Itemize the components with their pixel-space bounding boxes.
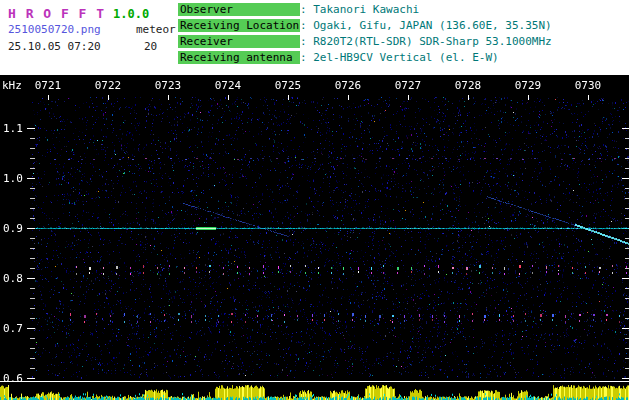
x-axis-tick-label: 0724 xyxy=(215,79,242,92)
output-filename: 2510050720.png xyxy=(8,24,136,36)
station-info-value: : Ogaki, Gifu, JAPAN (136.60E, 35.35N) xyxy=(300,19,552,32)
y-axis-tick-label: 0.7 xyxy=(3,322,23,335)
station-info-label: Receiving antenna xyxy=(178,51,300,64)
x-axis-tick-label: 0722 xyxy=(95,79,122,92)
station-info-value: : 2el-HB9CV Vertical (el. E-W) xyxy=(300,51,499,64)
observation-mode: meteor xyxy=(136,24,176,36)
x-axis-tick-label: 0730 xyxy=(575,79,602,92)
station-info-row: Receiver: R820T2(RTL-SDR) SDR-Sharp 53.1… xyxy=(178,35,552,48)
station-info-row: Observer: Takanori Kawachi xyxy=(178,3,552,16)
x-axis-tick-label: 0721 xyxy=(35,79,62,92)
app-version: 1.0.0 xyxy=(113,7,149,21)
y-axis-unit-label: kHz xyxy=(2,79,22,92)
station-info-row: Receiving antenna: 2el-HB9CV Vertical (e… xyxy=(178,51,552,64)
x-axis-tick-label: 0725 xyxy=(275,79,302,92)
station-info-value: : R820T2(RTL-SDR) SDR-Sharp 53.1000MHz xyxy=(300,35,552,48)
spectrogram-panel: kHz 072107220723072407250726072707280729… xyxy=(0,75,629,400)
hrofft-screen: H R O F F T1.0.0 2510050720.png meteor 2… xyxy=(0,0,629,400)
station-info-label: Observer xyxy=(178,3,300,16)
title-row: H R O F F T1.0.0 xyxy=(8,3,176,20)
x-axis-tick-label: 0723 xyxy=(155,79,182,92)
spectrogram-canvas xyxy=(0,75,629,400)
header-left: H R O F F T1.0.0 2510050720.png meteor 2… xyxy=(8,3,176,53)
meta-grid: 2510050720.png meteor 25.10.05 07:20 20 xyxy=(8,24,176,53)
y-axis-tick-label: 0.6 xyxy=(3,372,23,385)
x-axis-tick-label: 0729 xyxy=(515,79,542,92)
y-axis-tick-label: 0.9 xyxy=(3,222,23,235)
app-title: H R O F F T xyxy=(8,6,105,21)
y-axis-tick-label: 1.0 xyxy=(3,172,23,185)
x-axis-tick-label: 0727 xyxy=(395,79,422,92)
station-info-label: Receiver xyxy=(178,35,300,48)
x-axis-tick-label: 0726 xyxy=(335,79,362,92)
station-info: Observer: Takanori KawachiReceiving Loca… xyxy=(178,3,552,67)
y-axis-tick-label: 0.8 xyxy=(3,272,23,285)
observation-datetime: 25.10.05 07:20 xyxy=(8,41,136,53)
y-axis-tick-label: 1.1 xyxy=(3,122,23,135)
station-info-value: : Takanori Kawachi xyxy=(300,3,419,16)
station-info-row: Receiving Location: Ogaki, Gifu, JAPAN (… xyxy=(178,19,552,32)
header: H R O F F T1.0.0 2510050720.png meteor 2… xyxy=(0,0,629,75)
interval-count: 20 xyxy=(136,41,176,53)
x-axis-tick-label: 0728 xyxy=(455,79,482,92)
station-info-label: Receiving Location xyxy=(178,19,300,32)
